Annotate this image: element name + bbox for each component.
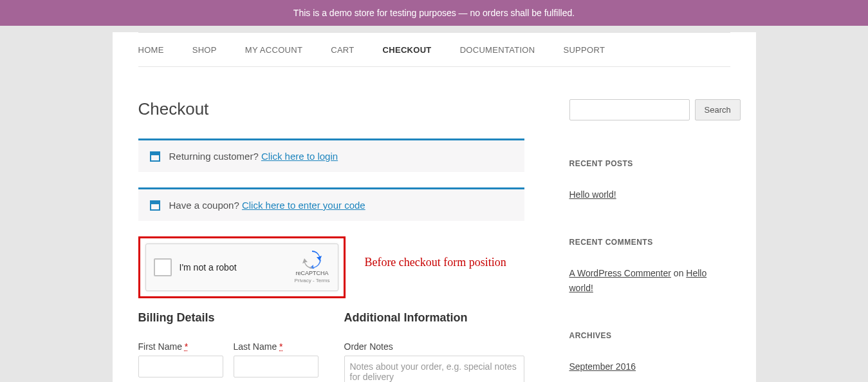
recent-posts-title: RECENT POSTS xyxy=(569,159,730,168)
search-input[interactable] xyxy=(569,99,690,120)
recaptcha-highlight-box: I'm not a robot reCAPTCHA Privacy - Term… xyxy=(138,236,346,298)
order-notes-label: Order Notes xyxy=(344,341,524,352)
nav-support[interactable]: SUPPORT xyxy=(563,45,605,55)
nav-cart[interactable]: CART xyxy=(331,45,354,55)
nav-checkout[interactable]: CHECKOUT xyxy=(383,45,432,55)
billing-column: Billing Details First Name * Last Name * xyxy=(138,311,319,382)
returning-customer-text: Returning customer? xyxy=(169,151,261,162)
search-button[interactable]: Search xyxy=(695,99,741,120)
billing-heading: Billing Details xyxy=(138,311,319,325)
sidebar: Search RECENT POSTS Hello world! RECENT … xyxy=(569,99,730,382)
page-container: HOME SHOP MY ACCOUNT CART CHECKOUT DOCUM… xyxy=(113,32,756,382)
coupon-notice: Have a coupon? Click here to enter your … xyxy=(138,187,524,221)
recent-posts-widget: RECENT POSTS Hello world! xyxy=(569,159,730,202)
order-notes-textarea[interactable] xyxy=(344,356,524,382)
recaptcha-logo: reCAPTCHA Privacy - Terms xyxy=(295,251,330,284)
recent-comments-widget: RECENT COMMENTS A WordPress Commenter on… xyxy=(569,238,730,295)
recaptcha-label: I'm not a robot xyxy=(180,262,295,272)
main-content: Checkout Returning customer? Click here … xyxy=(138,99,524,382)
coupon-text: Have a coupon? xyxy=(169,200,242,211)
nav-my-account[interactable]: MY ACCOUNT xyxy=(245,45,302,55)
main-navigation: HOME SHOP MY ACCOUNT CART CHECKOUT DOCUM… xyxy=(138,33,730,67)
demo-store-banner: This is a demo store for testing purpose… xyxy=(0,0,868,26)
annotation-text: Before checkout form position xyxy=(364,256,506,269)
recent-comments-title: RECENT COMMENTS xyxy=(569,238,730,247)
archives-title: ARCHIVES xyxy=(569,331,730,340)
additional-column: Additional Information Order Notes xyxy=(344,311,524,382)
comment-author-link[interactable]: A WordPress Commenter xyxy=(569,268,671,278)
first-name-label: First Name * xyxy=(138,341,223,352)
comment-on-text: on xyxy=(671,268,686,278)
recent-post-link[interactable]: Hello world! xyxy=(569,189,616,200)
info-icon xyxy=(150,200,160,211)
recaptcha-widget: I'm not a robot reCAPTCHA Privacy - Term… xyxy=(145,244,338,291)
info-icon xyxy=(150,151,160,162)
last-name-label: Last Name * xyxy=(234,341,319,352)
recaptcha-checkbox[interactable] xyxy=(154,258,172,276)
additional-heading: Additional Information xyxy=(344,311,524,325)
archives-widget: ARCHIVES September 2016 xyxy=(569,331,730,374)
nav-home[interactable]: HOME xyxy=(138,45,164,55)
login-link[interactable]: Click here to login xyxy=(261,151,338,162)
first-name-input[interactable] xyxy=(138,356,223,377)
coupon-link[interactable]: Click here to enter your code xyxy=(242,200,365,211)
archive-link[interactable]: September 2016 xyxy=(569,361,636,372)
nav-documentation[interactable]: DOCUMENTATION xyxy=(460,45,535,55)
last-name-input[interactable] xyxy=(234,356,319,377)
returning-customer-notice: Returning customer? Click here to login xyxy=(138,138,524,172)
nav-shop[interactable]: SHOP xyxy=(192,45,217,55)
page-title: Checkout xyxy=(138,99,524,119)
search-widget: Search xyxy=(569,99,730,120)
